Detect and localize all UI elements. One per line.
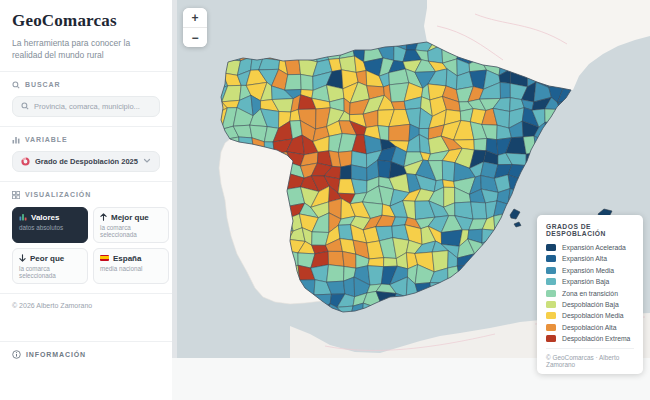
divider — [0, 181, 172, 182]
legend-swatch — [546, 267, 556, 274]
legend-swatch — [546, 244, 556, 251]
map-canvas[interactable]: + − GRADOS DE DESPOBLACIÓN Expansión Ace… — [175, 0, 650, 358]
legend-item: Expansión Acelerada — [546, 244, 634, 251]
info-icon — [12, 350, 21, 359]
legend-label: Despoblación Alta — [562, 324, 616, 331]
sidebar-scrollbar[interactable] — [172, 0, 177, 358]
legend-swatch — [546, 335, 556, 342]
comarca-cell[interactable] — [338, 151, 352, 167]
comarca-cell[interactable] — [342, 251, 355, 268]
comarca-cell[interactable] — [442, 161, 455, 182]
mode-espana-button[interactable]: España media nacional — [93, 248, 169, 284]
comarca-cell[interactable] — [368, 266, 384, 285]
legend-title: GRADOS DE DESPOBLACIÓN — [546, 223, 634, 237]
mode-valores-title: Valores — [31, 213, 59, 222]
legend-item: Despoblación Media — [546, 312, 634, 319]
arrow-down-icon — [19, 254, 26, 262]
comarca-cell[interactable] — [340, 165, 351, 179]
legend-label: Expansión Baja — [562, 278, 609, 285]
legend-swatch — [546, 312, 556, 319]
legend-label: Despoblación Baja — [562, 301, 619, 308]
geocomarcas-app: GeoComarcas La herramienta para conocer … — [0, 0, 650, 400]
comarca-cell[interactable] — [471, 202, 487, 219]
legend-swatch — [546, 290, 556, 297]
comarca-cell[interactable] — [500, 82, 510, 98]
legend-label: Expansión Media — [562, 267, 614, 274]
zoom-in-button[interactable]: + — [183, 8, 207, 27]
variable-section-label: VARIABLE — [12, 136, 160, 144]
visualization-section-text: VISUALIZACIÓN — [25, 191, 91, 198]
app-tagline: La herramienta para conocer la realidad … — [12, 37, 158, 62]
info-button[interactable]: INFORMACIÓN — [0, 341, 172, 367]
comarca-cell[interactable] — [327, 265, 344, 282]
mode-valores-subtitle: datos absolutos — [19, 224, 63, 231]
mode-espana-title: España — [113, 254, 141, 263]
legend-item: Expansión Alta — [546, 255, 634, 262]
app-title: GeoComarcas — [12, 11, 160, 31]
mode-mejor-que-title: Mejor que — [111, 213, 149, 222]
zoom-control: + − — [183, 8, 207, 47]
chevron-down-icon — [143, 158, 151, 164]
variable-select[interactable]: Grado de Despoblación 2025 — [12, 151, 160, 172]
comarca-cell[interactable] — [328, 251, 344, 266]
legend-attribution: © GeoComarcas · Alberto Zamorano — [546, 348, 634, 368]
search-box[interactable] — [12, 96, 160, 117]
mini-bars-icon — [19, 213, 27, 221]
zoom-out-button[interactable]: − — [183, 28, 207, 47]
mode-peor-que-button[interactable]: Peor que la comarca seleccionada — [12, 248, 88, 284]
legend-label: Zona en transición — [562, 290, 618, 297]
legend-item: Expansión Media — [546, 267, 634, 274]
search-section-label: BUSCAR — [12, 81, 160, 89]
mode-peor-que-subtitle: la comarca seleccionada — [19, 265, 81, 279]
comarca-cell[interactable] — [474, 138, 487, 150]
legend-item: Despoblación Alta — [546, 324, 634, 331]
comarca-cell[interactable] — [301, 74, 314, 90]
visualization-modes: Valores datos absolutos Mejor que la com… — [12, 207, 160, 284]
search-input[interactable] — [34, 102, 151, 111]
comarca-cell[interactable] — [368, 258, 384, 267]
search-section-text: BUSCAR — [25, 81, 60, 88]
divider — [0, 71, 172, 72]
legend-item: Despoblación Extrema — [546, 335, 634, 342]
spain-flag-icon — [100, 255, 109, 261]
visualization-section-label: VISUALIZACIÓN — [12, 191, 160, 199]
legend-items: Expansión AceleradaExpansión AltaExpansi… — [546, 244, 634, 342]
variable-section-text: VARIABLE — [25, 136, 67, 143]
arrow-up-icon — [100, 213, 107, 221]
search-icon — [12, 81, 20, 89]
legend-swatch — [546, 301, 556, 308]
legend-label: Expansión Alta — [562, 255, 607, 262]
comarca-cell[interactable] — [285, 74, 301, 90]
legend-swatch — [546, 278, 556, 285]
legend-label: Despoblación Media — [562, 312, 624, 319]
info-label: INFORMACIÓN — [26, 351, 86, 358]
legend-swatch — [546, 255, 556, 262]
comarca-cell[interactable] — [389, 124, 410, 141]
mode-mejor-que-subtitle: la comarca seleccionada — [100, 224, 162, 238]
bar-chart-icon — [12, 136, 20, 144]
divider — [0, 126, 172, 127]
mode-peor-que-title: Peor que — [30, 254, 64, 263]
legend-item: Expansión Baja — [546, 278, 634, 285]
mode-valores-button[interactable]: Valores datos absolutos — [12, 207, 88, 243]
comarca-cell[interactable] — [378, 160, 392, 178]
comarca-cell[interactable] — [441, 230, 462, 246]
legend-item: Zona en transición — [546, 290, 634, 297]
legend-label: Expansión Acelerada — [562, 244, 626, 251]
search-icon — [21, 102, 29, 110]
comarca-cell[interactable] — [384, 258, 398, 267]
legend-item: Despoblación Baja — [546, 301, 634, 308]
variable-selected-value: Grado de Despoblación 2025 — [35, 157, 138, 166]
divider — [0, 293, 172, 294]
legend-label: Despoblación Extrema — [562, 335, 630, 342]
map-legend: GRADOS DE DESPOBLACIÓN Expansión Acelera… — [537, 215, 643, 374]
donut-chart-icon — [21, 157, 30, 166]
legend-swatch — [546, 324, 556, 331]
mode-espana-subtitle: media nacional — [100, 265, 142, 272]
copyright-text: © 2026 Alberto Zamorano — [12, 302, 160, 309]
grid-icon — [12, 191, 20, 199]
sidebar: GeoComarcas La herramienta para conocer … — [0, 0, 172, 400]
mode-mejor-que-button[interactable]: Mejor que la comarca seleccionada — [93, 207, 169, 243]
